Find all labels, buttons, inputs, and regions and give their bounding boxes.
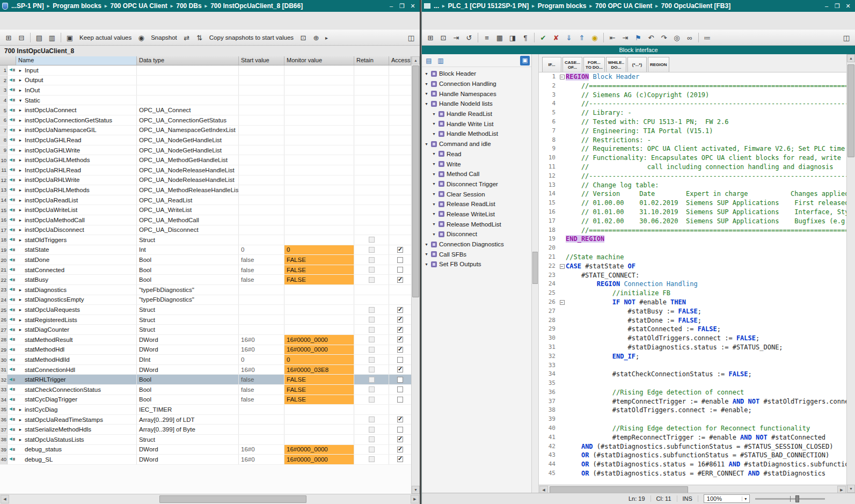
reset-layout-icon[interactable]: ↺	[463, 32, 475, 43]
monitor-value-cell[interactable]: 0	[284, 245, 354, 255]
data-type-cell[interactable]: DWord	[137, 455, 239, 464]
data-type-cell[interactable]: Bool	[137, 275, 239, 284]
start-value-cell[interactable]	[239, 96, 284, 105]
link-icon[interactable]: ∞	[684, 32, 696, 43]
retain-checkbox[interactable]	[369, 397, 375, 403]
region-tree-item[interactable]: ▾Block Header	[422, 69, 531, 79]
code-line[interactable]: 29 #statConnected := FALSE;	[539, 325, 846, 334]
retain-checkbox[interactable]	[369, 267, 375, 273]
code-line[interactable]: 1−REGION Block Header	[539, 72, 846, 82]
compile-ok-icon[interactable]: ✔	[537, 32, 549, 43]
monitor-value-cell[interactable]	[284, 176, 354, 185]
name-cell[interactable]: statMethodResult	[16, 335, 137, 345]
accessible-checkbox[interactable]	[397, 427, 403, 433]
code-line[interactable]: 31 #statDiagnostics.status := #STATUS_DO…	[539, 343, 846, 352]
keep-actual-values-label[interactable]: Keep actual values	[77, 34, 134, 41]
data-type-cell[interactable]: Array[0..299] of LDT	[137, 415, 239, 425]
monitor-value-cell[interactable]	[284, 195, 354, 205]
code-text[interactable]: //======================================…	[566, 82, 846, 91]
region-tree-item[interactable]: ▾Connection Handling	[422, 79, 531, 89]
code-text[interactable]: //--------------------------------------…	[566, 172, 846, 181]
table-row[interactable]: 3▸InOut	[0, 85, 411, 96]
start-value-cell[interactable]	[239, 225, 284, 235]
monitor-value-cell[interactable]: FALSE	[284, 395, 354, 405]
data-type-cell[interactable]: Struct	[137, 315, 239, 325]
monitoring-icon[interactable]: ◉	[589, 32, 601, 43]
name-cell[interactable]: statBusy	[16, 275, 137, 284]
copy-snapshots-label[interactable]: Copy snapshots to start values	[207, 34, 296, 41]
start-value-cell[interactable]	[239, 135, 284, 145]
expand-arrow-icon[interactable]: ▸	[18, 148, 23, 153]
table-row[interactable]: 12▸instOpcUaRHLWriteOPC_UA_NodeReleaseHa…	[0, 176, 411, 186]
retain-checkbox[interactable]	[369, 456, 375, 462]
data-type-cell[interactable]: OPC_UA_Connect	[137, 105, 239, 115]
code-text[interactable]: #statBusy := FALSE;	[566, 307, 846, 316]
name-cell[interactable]: ▸instOpcUaWriteList	[16, 205, 137, 215]
expand-arrow-icon[interactable]: ▸	[18, 118, 23, 123]
start-value-cell[interactable]: 16#0	[239, 335, 284, 345]
data-type-cell[interactable]	[137, 65, 239, 75]
monitor-value-cell[interactable]: FALSE	[284, 375, 354, 384]
snippet-button-[interactable]: (*...*)	[627, 57, 647, 72]
code-line[interactable]: 41 #tempReconnectTrigger := #enable AND …	[539, 433, 846, 442]
data-type-cell[interactable]: OPC_UA_MethodCall	[137, 215, 239, 225]
expand-arrow-icon[interactable]: ▸	[18, 287, 23, 293]
data-type-cell[interactable]: Bool	[137, 255, 239, 265]
table-row[interactable]: 1▸Input	[0, 65, 411, 76]
expand-arrow-icon[interactable]: ▸	[18, 207, 23, 213]
code-text[interactable]: OR (#statDiagnostics.status = #ERR_CONNE…	[566, 469, 846, 478]
minimize-button[interactable]: –	[386, 2, 396, 10]
region-tree-item[interactable]: ▾Disconnect	[422, 229, 531, 239]
table-horizontal-scrollbar[interactable]: ◀ ▶	[0, 494, 420, 504]
table-row[interactable]: 10▸instOpcUaGHLMethodsOPC_UA_MethodGetHa…	[0, 155, 411, 165]
table-row[interactable]: 29statMethodHdlDWord16#016#0000_0000	[0, 345, 411, 355]
start-value-cell[interactable]: false	[239, 255, 284, 265]
bookmark-icon[interactable]: ⚑	[632, 32, 644, 43]
fold-toggle-icon[interactable]: −	[558, 298, 566, 307]
data-type-cell[interactable]: DWord	[137, 365, 239, 375]
column-header-retain[interactable]: Retain	[354, 56, 389, 65]
fold-toggle-icon[interactable]: −	[558, 72, 566, 82]
table-row[interactable]: 25▸statOpcUaRequestsStruct	[0, 305, 411, 315]
code-text[interactable]: #statOldTriggers.connect := #enable;	[566, 406, 846, 415]
name-cell[interactable]: statDone	[16, 255, 137, 265]
data-type-cell[interactable]: Bool	[137, 375, 239, 384]
expand-arrow-icon[interactable]: ▸	[18, 407, 23, 412]
snippet-button-caseof[interactable]: CASE... OF...	[562, 57, 582, 72]
data-type-cell[interactable]: Bool	[137, 385, 239, 395]
retain-checkbox[interactable]	[369, 417, 375, 422]
breadcrumb-segment[interactable]: 700 OPC UA Client	[110, 2, 167, 10]
code-text[interactable]: REGION Block Header	[566, 72, 846, 82]
breadcrumb-segment[interactable]: ...SP-1 PN]	[11, 2, 44, 10]
expand-arrow-icon[interactable]: ▸	[18, 227, 23, 232]
code-text[interactable]: REGION Connection Handling	[566, 280, 846, 289]
code-line[interactable]: 6 // Tested with: CPU 1513-1 PN; FW 2.6	[539, 118, 846, 127]
region-tree-item[interactable]: ▾Command and idle	[422, 139, 531, 149]
scroll-right-icon[interactable]: ▶	[837, 486, 846, 493]
table-row[interactable]: 11▸InstOpcUaRHLReadOPC_UA_NodeReleaseHan…	[0, 165, 411, 176]
start-value-cell[interactable]: 0	[239, 245, 284, 255]
name-cell[interactable]: ▸statSerializeMethodHdls	[16, 425, 137, 434]
code-text[interactable]: #statDiagnostics.status := #STATUS_DONE;	[566, 343, 846, 352]
name-cell[interactable]: ▸instOpcUaMethodCall	[16, 215, 137, 225]
code-text[interactable]: // Siemens AG (c)Copyright (2019)	[566, 91, 846, 100]
scroll-right-icon[interactable]: ▶	[411, 495, 419, 503]
region-tree-item[interactable]: ▾Set FB Outputs	[422, 259, 531, 269]
monitor-value-cell[interactable]: 16#0000_0000	[284, 445, 354, 455]
expand-arrow-icon[interactable]: ▸	[18, 327, 23, 332]
expand-arrow-icon[interactable]: ▸	[18, 127, 23, 133]
start-value-cell[interactable]	[239, 145, 284, 155]
name-cell[interactable]: ▸instOpcUaRHLMethods	[16, 185, 137, 195]
accessible-checkbox[interactable]	[397, 386, 403, 392]
code-text[interactable]: // Restrictions: -	[566, 136, 846, 145]
accessible-checkbox[interactable]	[397, 337, 403, 342]
data-type-cell[interactable]: Struct	[137, 305, 239, 315]
name-cell[interactable]: statMethodHdl	[16, 345, 137, 355]
monitor-value-cell[interactable]	[284, 205, 354, 215]
code-line[interactable]: 38 #statOldTriggers.connect := #enable;	[539, 406, 846, 415]
code-text[interactable]: // Library: -	[566, 108, 846, 118]
table-row[interactable]: 30statMethodHdlIdDInt00	[0, 355, 411, 365]
data-type-cell[interactable]	[137, 96, 239, 105]
code-horizontal-scrollbar[interactable]: ◀ ▶	[539, 485, 846, 493]
close-button[interactable]: ✕	[408, 2, 418, 10]
